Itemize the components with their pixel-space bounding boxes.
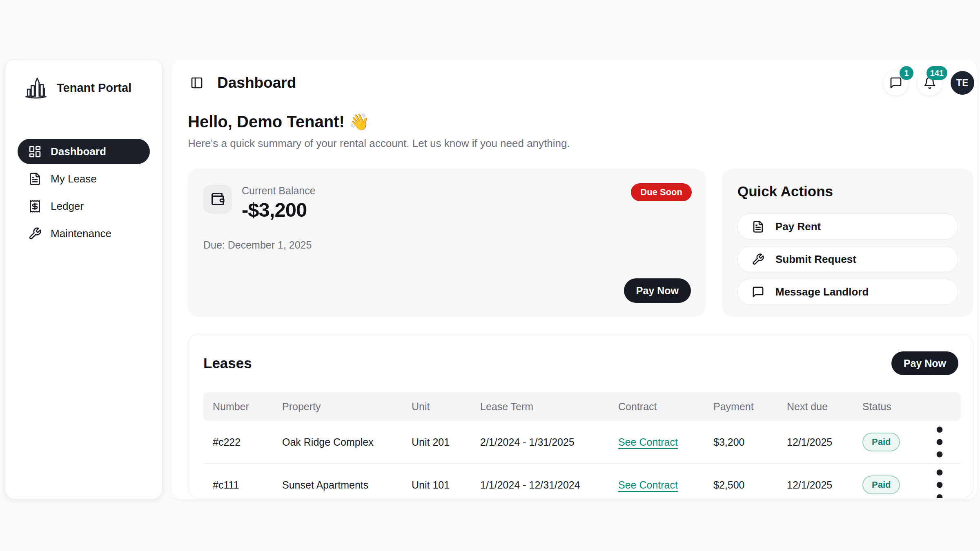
- file-text-icon: [752, 220, 764, 233]
- message-square-icon: [889, 76, 902, 89]
- sidebar-toggle-icon[interactable]: [190, 76, 203, 89]
- due-soon-badge: Due Soon: [631, 183, 692, 201]
- leases-header: Leases Pay Now: [203, 351, 958, 375]
- lease-next-due: 12/1/2025: [777, 464, 853, 499]
- brand: Tenant Portal: [18, 75, 150, 100]
- lease-payment: $2,500: [704, 464, 777, 499]
- file-text-icon: [28, 172, 42, 186]
- lease-unit: Unit 101: [402, 464, 471, 499]
- summary-row: Current Balance -$3,200 Due Soon Due: De…: [188, 169, 973, 317]
- wallet-icon: [210, 192, 225, 207]
- balance-info: Current Balance -$3,200: [242, 185, 316, 221]
- lease-property: Sunset Apartments: [273, 464, 402, 499]
- lease-property: Oak Ridge Complex: [273, 421, 402, 464]
- sidebar-item-dashboard[interactable]: Dashboard: [18, 139, 150, 164]
- messages-button[interactable]: 1: [883, 70, 909, 96]
- page-title: Dashboard: [217, 74, 296, 91]
- col-actions: [918, 392, 961, 421]
- table-row: #c111 Sunset Apartments Unit 101 1/1/202…: [203, 464, 961, 499]
- lease-next-due: 12/1/2025: [777, 421, 853, 464]
- row-menu-kebab-icon[interactable]: [918, 421, 961, 463]
- col-next-due: Next due: [777, 392, 853, 421]
- lease-unit: Unit 201: [402, 421, 471, 464]
- col-payment: Payment: [704, 392, 777, 421]
- sidebar: Tenant Portal Dashboard My Lease: [5, 59, 163, 499]
- message-landlord-label: Message Landlord: [775, 286, 869, 298]
- lease-payment: $3,200: [704, 421, 777, 464]
- sidebar-item-label: Maintenance: [51, 227, 111, 240]
- city-buildings-logo-icon: [23, 75, 49, 100]
- balance-top: Current Balance -$3,200: [203, 185, 690, 221]
- leases-table: Number Property Unit Lease Term Contract…: [203, 392, 961, 498]
- sidebar-item-maintenance[interactable]: Maintenance: [18, 221, 150, 246]
- submit-request-label: Submit Request: [775, 253, 856, 266]
- col-number: Number: [203, 392, 273, 421]
- message-landlord-button[interactable]: Message Landlord: [737, 279, 958, 305]
- due-date: Due: December 1, 2025: [203, 239, 690, 251]
- greeting-subtitle: Here's a quick summary of your rental ac…: [188, 137, 960, 150]
- greeting-section: Hello, Demo Tenant! 👋 Here's a quick sum…: [188, 112, 960, 150]
- leases-card: Leases Pay Now Number Property Unit Leas…: [188, 334, 973, 498]
- col-lease-term: Lease Term: [471, 392, 609, 421]
- sidebar-item-ledger[interactable]: Ledger: [18, 193, 150, 219]
- sidebar-nav: Dashboard My Lease Ledger: [18, 139, 150, 246]
- quick-actions-title: Quick Actions: [737, 183, 958, 200]
- lease-term: 2/1/2024 - 1/31/2025: [471, 421, 609, 464]
- sidebar-item-label: Dashboard: [51, 145, 106, 158]
- submit-request-button[interactable]: Submit Request: [737, 246, 958, 272]
- main-panel: Dashboard 1 141 TE Hello, Demo Tenant! 👋…: [172, 59, 977, 499]
- notifications-count-badge: 141: [927, 66, 947, 80]
- brand-name: Tenant Portal: [57, 81, 131, 95]
- sidebar-item-my-lease[interactable]: My Lease: [18, 166, 150, 191]
- messages-count-badge: 1: [900, 66, 913, 80]
- col-property: Property: [273, 392, 402, 421]
- see-contract-link[interactable]: See Contract: [618, 436, 678, 448]
- leases-pay-now-button[interactable]: Pay Now: [891, 351, 958, 375]
- topbar: Dashboard 1 141 TE: [172, 59, 977, 96]
- col-contract: Contract: [609, 392, 704, 421]
- notifications-button[interactable]: 141: [917, 70, 943, 96]
- sidebar-item-label: My Lease: [51, 173, 97, 185]
- see-contract-link[interactable]: See Contract: [618, 479, 678, 491]
- leases-title: Leases: [203, 355, 252, 371]
- balance-label: Current Balance: [242, 185, 316, 197]
- status-badge: Paid: [862, 475, 900, 494]
- lease-number: #c222: [203, 421, 273, 464]
- greeting-title: Hello, Demo Tenant! 👋: [188, 112, 960, 131]
- greeting-text: Hello, Demo Tenant!: [188, 113, 345, 131]
- col-unit: Unit: [402, 392, 471, 421]
- pay-rent-label: Pay Rent: [775, 220, 821, 233]
- receipt-icon: [28, 200, 42, 213]
- lease-term: 1/1/2024 - 12/31/2024: [471, 464, 609, 499]
- row-menu-kebab-icon[interactable]: [918, 464, 961, 498]
- quick-actions-card: Quick Actions Pay Rent Submit Request: [722, 169, 973, 317]
- pay-rent-button[interactable]: Pay Rent: [737, 213, 958, 240]
- topbar-actions: 1 141 TE: [883, 70, 974, 96]
- wallet-icon-tile: [203, 185, 232, 213]
- table-header-row: Number Property Unit Lease Term Contract…: [203, 392, 961, 421]
- pay-now-button[interactable]: Pay Now: [624, 278, 691, 303]
- avatar[interactable]: TE: [951, 71, 974, 95]
- layout-dashboard-icon: [28, 145, 42, 158]
- table-row: #c222 Oak Ridge Complex Unit 201 2/1/202…: [203, 421, 961, 464]
- wrench-icon: [28, 227, 42, 240]
- sidebar-item-label: Ledger: [51, 200, 84, 213]
- wave-emoji: 👋: [349, 113, 370, 131]
- message-square-icon: [752, 286, 764, 298]
- wrench-icon: [752, 253, 764, 266]
- lease-number: #c111: [203, 464, 273, 499]
- balance-card: Current Balance -$3,200 Due Soon Due: De…: [188, 169, 706, 317]
- col-status: Status: [853, 392, 918, 421]
- status-badge: Paid: [862, 433, 900, 451]
- balance-amount: -$3,200: [242, 198, 316, 221]
